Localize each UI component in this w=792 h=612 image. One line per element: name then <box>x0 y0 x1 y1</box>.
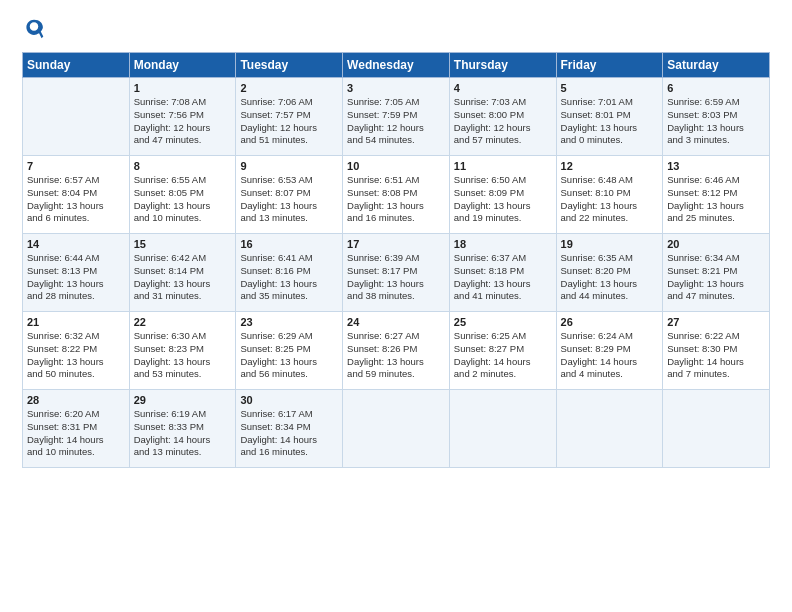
day-number: 8 <box>134 160 232 172</box>
cell-text: Sunrise: 6:27 AMSunset: 8:26 PMDaylight:… <box>347 330 445 381</box>
day-number: 21 <box>27 316 125 328</box>
cell-text: Sunrise: 6:44 AMSunset: 8:13 PMDaylight:… <box>27 252 125 303</box>
day-number: 5 <box>561 82 659 94</box>
calendar-cell: 11Sunrise: 6:50 AMSunset: 8:09 PMDayligh… <box>449 156 556 234</box>
week-row-3: 14Sunrise: 6:44 AMSunset: 8:13 PMDayligh… <box>23 234 770 312</box>
cell-text: Sunrise: 6:32 AMSunset: 8:22 PMDaylight:… <box>27 330 125 381</box>
calendar-cell: 27Sunrise: 6:22 AMSunset: 8:30 PMDayligh… <box>663 312 770 390</box>
calendar-cell: 22Sunrise: 6:30 AMSunset: 8:23 PMDayligh… <box>129 312 236 390</box>
calendar-cell: 2Sunrise: 7:06 AMSunset: 7:57 PMDaylight… <box>236 78 343 156</box>
calendar-cell: 16Sunrise: 6:41 AMSunset: 8:16 PMDayligh… <box>236 234 343 312</box>
calendar-cell: 21Sunrise: 6:32 AMSunset: 8:22 PMDayligh… <box>23 312 130 390</box>
calendar-cell: 30Sunrise: 6:17 AMSunset: 8:34 PMDayligh… <box>236 390 343 468</box>
week-row-2: 7Sunrise: 6:57 AMSunset: 8:04 PMDaylight… <box>23 156 770 234</box>
calendar-cell: 14Sunrise: 6:44 AMSunset: 8:13 PMDayligh… <box>23 234 130 312</box>
calendar-cell: 18Sunrise: 6:37 AMSunset: 8:18 PMDayligh… <box>449 234 556 312</box>
column-header-thursday: Thursday <box>449 53 556 78</box>
calendar-cell: 12Sunrise: 6:48 AMSunset: 8:10 PMDayligh… <box>556 156 663 234</box>
day-number: 30 <box>240 394 338 406</box>
calendar-cell: 7Sunrise: 6:57 AMSunset: 8:04 PMDaylight… <box>23 156 130 234</box>
logo <box>22 18 48 44</box>
calendar-cell: 6Sunrise: 6:59 AMSunset: 8:03 PMDaylight… <box>663 78 770 156</box>
day-number: 10 <box>347 160 445 172</box>
week-row-4: 21Sunrise: 6:32 AMSunset: 8:22 PMDayligh… <box>23 312 770 390</box>
column-header-saturday: Saturday <box>663 53 770 78</box>
day-number: 7 <box>27 160 125 172</box>
calendar-cell: 8Sunrise: 6:55 AMSunset: 8:05 PMDaylight… <box>129 156 236 234</box>
cell-text: Sunrise: 6:48 AMSunset: 8:10 PMDaylight:… <box>561 174 659 225</box>
cell-text: Sunrise: 6:59 AMSunset: 8:03 PMDaylight:… <box>667 96 765 147</box>
day-number: 26 <box>561 316 659 328</box>
day-number: 15 <box>134 238 232 250</box>
day-number: 9 <box>240 160 338 172</box>
cell-text: Sunrise: 6:17 AMSunset: 8:34 PMDaylight:… <box>240 408 338 459</box>
cell-text: Sunrise: 6:19 AMSunset: 8:33 PMDaylight:… <box>134 408 232 459</box>
cell-text: Sunrise: 6:22 AMSunset: 8:30 PMDaylight:… <box>667 330 765 381</box>
cell-text: Sunrise: 7:01 AMSunset: 8:01 PMDaylight:… <box>561 96 659 147</box>
calendar-cell: 5Sunrise: 7:01 AMSunset: 8:01 PMDaylight… <box>556 78 663 156</box>
calendar-table: SundayMondayTuesdayWednesdayThursdayFrid… <box>22 52 770 468</box>
calendar-cell <box>663 390 770 468</box>
day-number: 13 <box>667 160 765 172</box>
day-number: 11 <box>454 160 552 172</box>
calendar-cell: 24Sunrise: 6:27 AMSunset: 8:26 PMDayligh… <box>343 312 450 390</box>
week-row-5: 28Sunrise: 6:20 AMSunset: 8:31 PMDayligh… <box>23 390 770 468</box>
column-header-wednesday: Wednesday <box>343 53 450 78</box>
calendar-cell: 26Sunrise: 6:24 AMSunset: 8:29 PMDayligh… <box>556 312 663 390</box>
calendar-cell: 17Sunrise: 6:39 AMSunset: 8:17 PMDayligh… <box>343 234 450 312</box>
cell-text: Sunrise: 6:20 AMSunset: 8:31 PMDaylight:… <box>27 408 125 459</box>
day-number: 1 <box>134 82 232 94</box>
calendar-cell: 13Sunrise: 6:46 AMSunset: 8:12 PMDayligh… <box>663 156 770 234</box>
day-number: 20 <box>667 238 765 250</box>
day-number: 17 <box>347 238 445 250</box>
calendar-cell <box>556 390 663 468</box>
cell-text: Sunrise: 6:25 AMSunset: 8:27 PMDaylight:… <box>454 330 552 381</box>
column-header-sunday: Sunday <box>23 53 130 78</box>
day-number: 6 <box>667 82 765 94</box>
day-number: 19 <box>561 238 659 250</box>
cell-text: Sunrise: 6:57 AMSunset: 8:04 PMDaylight:… <box>27 174 125 225</box>
day-number: 16 <box>240 238 338 250</box>
day-number: 27 <box>667 316 765 328</box>
day-number: 18 <box>454 238 552 250</box>
page: SundayMondayTuesdayWednesdayThursdayFrid… <box>0 0 792 612</box>
logo-icon <box>24 18 44 40</box>
cell-text: Sunrise: 6:24 AMSunset: 8:29 PMDaylight:… <box>561 330 659 381</box>
cell-text: Sunrise: 6:55 AMSunset: 8:05 PMDaylight:… <box>134 174 232 225</box>
cell-text: Sunrise: 6:42 AMSunset: 8:14 PMDaylight:… <box>134 252 232 303</box>
calendar-cell: 1Sunrise: 7:08 AMSunset: 7:56 PMDaylight… <box>129 78 236 156</box>
day-number: 23 <box>240 316 338 328</box>
cell-text: Sunrise: 6:29 AMSunset: 8:25 PMDaylight:… <box>240 330 338 381</box>
day-number: 4 <box>454 82 552 94</box>
cell-text: Sunrise: 6:41 AMSunset: 8:16 PMDaylight:… <box>240 252 338 303</box>
calendar-cell: 15Sunrise: 6:42 AMSunset: 8:14 PMDayligh… <box>129 234 236 312</box>
calendar-cell: 29Sunrise: 6:19 AMSunset: 8:33 PMDayligh… <box>129 390 236 468</box>
calendar-cell: 28Sunrise: 6:20 AMSunset: 8:31 PMDayligh… <box>23 390 130 468</box>
day-number: 22 <box>134 316 232 328</box>
calendar-cell: 19Sunrise: 6:35 AMSunset: 8:20 PMDayligh… <box>556 234 663 312</box>
column-header-tuesday: Tuesday <box>236 53 343 78</box>
header <box>22 18 770 44</box>
cell-text: Sunrise: 7:06 AMSunset: 7:57 PMDaylight:… <box>240 96 338 147</box>
day-number: 29 <box>134 394 232 406</box>
calendar-cell: 9Sunrise: 6:53 AMSunset: 8:07 PMDaylight… <box>236 156 343 234</box>
calendar-cell: 20Sunrise: 6:34 AMSunset: 8:21 PMDayligh… <box>663 234 770 312</box>
header-row: SundayMondayTuesdayWednesdayThursdayFrid… <box>23 53 770 78</box>
cell-text: Sunrise: 6:30 AMSunset: 8:23 PMDaylight:… <box>134 330 232 381</box>
day-number: 2 <box>240 82 338 94</box>
day-number: 28 <box>27 394 125 406</box>
calendar-cell: 3Sunrise: 7:05 AMSunset: 7:59 PMDaylight… <box>343 78 450 156</box>
cell-text: Sunrise: 7:05 AMSunset: 7:59 PMDaylight:… <box>347 96 445 147</box>
calendar-cell <box>449 390 556 468</box>
cell-text: Sunrise: 6:37 AMSunset: 8:18 PMDaylight:… <box>454 252 552 303</box>
column-header-monday: Monday <box>129 53 236 78</box>
calendar-cell: 23Sunrise: 6:29 AMSunset: 8:25 PMDayligh… <box>236 312 343 390</box>
cell-text: Sunrise: 7:03 AMSunset: 8:00 PMDaylight:… <box>454 96 552 147</box>
day-number: 3 <box>347 82 445 94</box>
calendar-cell <box>23 78 130 156</box>
day-number: 14 <box>27 238 125 250</box>
cell-text: Sunrise: 6:39 AMSunset: 8:17 PMDaylight:… <box>347 252 445 303</box>
cell-text: Sunrise: 6:35 AMSunset: 8:20 PMDaylight:… <box>561 252 659 303</box>
day-number: 25 <box>454 316 552 328</box>
calendar-cell <box>343 390 450 468</box>
